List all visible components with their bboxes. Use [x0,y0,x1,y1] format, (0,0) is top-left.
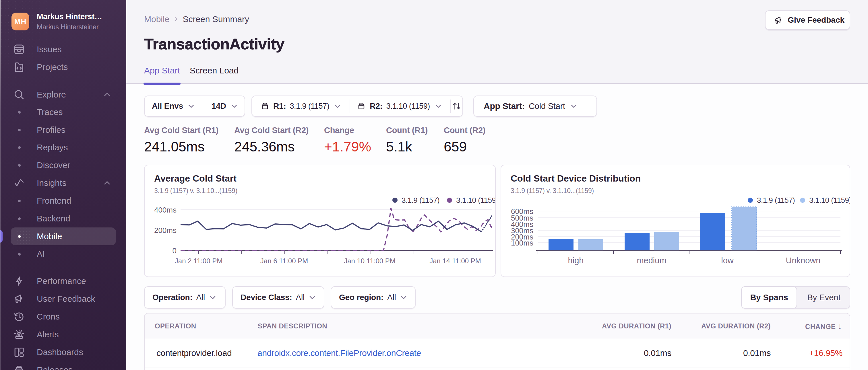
svg-text:0: 0 [173,246,177,255]
svg-text:Jan 2 11:00 PM: Jan 2 11:00 PM [175,257,222,265]
svg-text:400ms: 400ms [154,206,177,214]
svg-text:Jan 6 11:00 PM: Jan 6 11:00 PM [260,257,308,265]
svg-text:100ms: 100ms [511,239,533,247]
svg-text:high: high [568,256,584,265]
svg-text:200ms: 200ms [154,226,177,235]
svg-text:Jan 14 11:00 PM: Jan 14 11:00 PM [429,257,481,265]
svg-text:low: low [721,256,734,265]
svg-text:Unknown: Unknown [786,256,820,265]
svg-text:Jan 10 11:00 PM: Jan 10 11:00 PM [344,257,396,265]
svg-text:medium: medium [637,256,666,265]
